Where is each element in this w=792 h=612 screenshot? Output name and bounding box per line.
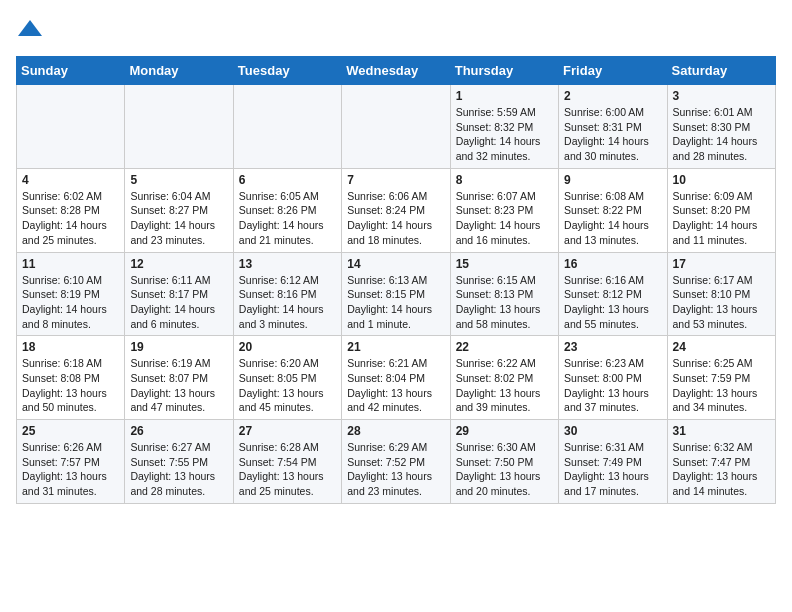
header-day-sunday: Sunday bbox=[17, 57, 125, 85]
calendar-cell: 14Sunrise: 6:13 AM Sunset: 8:15 PM Dayli… bbox=[342, 252, 450, 336]
header-day-tuesday: Tuesday bbox=[233, 57, 341, 85]
day-content: Sunrise: 6:31 AM Sunset: 7:49 PM Dayligh… bbox=[564, 440, 661, 499]
day-content: Sunrise: 6:27 AM Sunset: 7:55 PM Dayligh… bbox=[130, 440, 227, 499]
week-row-0: 1Sunrise: 5:59 AM Sunset: 8:32 PM Daylig… bbox=[17, 85, 776, 169]
day-content: Sunrise: 6:10 AM Sunset: 8:19 PM Dayligh… bbox=[22, 273, 119, 332]
calendar-cell: 17Sunrise: 6:17 AM Sunset: 8:10 PM Dayli… bbox=[667, 252, 775, 336]
day-content: Sunrise: 6:01 AM Sunset: 8:30 PM Dayligh… bbox=[673, 105, 770, 164]
calendar-cell: 9Sunrise: 6:08 AM Sunset: 8:22 PM Daylig… bbox=[559, 168, 667, 252]
day-content: Sunrise: 6:08 AM Sunset: 8:22 PM Dayligh… bbox=[564, 189, 661, 248]
calendar-cell bbox=[233, 85, 341, 169]
calendar-cell: 21Sunrise: 6:21 AM Sunset: 8:04 PM Dayli… bbox=[342, 336, 450, 420]
calendar-cell: 3Sunrise: 6:01 AM Sunset: 8:30 PM Daylig… bbox=[667, 85, 775, 169]
day-number: 13 bbox=[239, 257, 336, 271]
calendar-cell: 30Sunrise: 6:31 AM Sunset: 7:49 PM Dayli… bbox=[559, 420, 667, 504]
calendar-cell: 10Sunrise: 6:09 AM Sunset: 8:20 PM Dayli… bbox=[667, 168, 775, 252]
day-content: Sunrise: 6:30 AM Sunset: 7:50 PM Dayligh… bbox=[456, 440, 553, 499]
calendar-header: SundayMondayTuesdayWednesdayThursdayFrid… bbox=[17, 57, 776, 85]
day-number: 18 bbox=[22, 340, 119, 354]
header-day-wednesday: Wednesday bbox=[342, 57, 450, 85]
calendar-cell: 26Sunrise: 6:27 AM Sunset: 7:55 PM Dayli… bbox=[125, 420, 233, 504]
logo bbox=[16, 16, 48, 44]
day-content: Sunrise: 6:25 AM Sunset: 7:59 PM Dayligh… bbox=[673, 356, 770, 415]
header-row: SundayMondayTuesdayWednesdayThursdayFrid… bbox=[17, 57, 776, 85]
header-day-thursday: Thursday bbox=[450, 57, 558, 85]
day-number: 26 bbox=[130, 424, 227, 438]
day-content: Sunrise: 6:21 AM Sunset: 8:04 PM Dayligh… bbox=[347, 356, 444, 415]
day-number: 20 bbox=[239, 340, 336, 354]
day-number: 1 bbox=[456, 89, 553, 103]
day-content: Sunrise: 6:04 AM Sunset: 8:27 PM Dayligh… bbox=[130, 189, 227, 248]
day-number: 2 bbox=[564, 89, 661, 103]
page-header bbox=[16, 16, 776, 44]
day-number: 3 bbox=[673, 89, 770, 103]
calendar-cell: 15Sunrise: 6:15 AM Sunset: 8:13 PM Dayli… bbox=[450, 252, 558, 336]
calendar-cell: 20Sunrise: 6:20 AM Sunset: 8:05 PM Dayli… bbox=[233, 336, 341, 420]
calendar-cell bbox=[17, 85, 125, 169]
calendar-cell: 18Sunrise: 6:18 AM Sunset: 8:08 PM Dayli… bbox=[17, 336, 125, 420]
calendar-cell bbox=[342, 85, 450, 169]
day-number: 17 bbox=[673, 257, 770, 271]
day-number: 8 bbox=[456, 173, 553, 187]
day-content: Sunrise: 6:28 AM Sunset: 7:54 PM Dayligh… bbox=[239, 440, 336, 499]
day-content: Sunrise: 6:18 AM Sunset: 8:08 PM Dayligh… bbox=[22, 356, 119, 415]
svg-marker-0 bbox=[18, 20, 42, 36]
week-row-1: 4Sunrise: 6:02 AM Sunset: 8:28 PM Daylig… bbox=[17, 168, 776, 252]
day-number: 30 bbox=[564, 424, 661, 438]
calendar-cell: 13Sunrise: 6:12 AM Sunset: 8:16 PM Dayli… bbox=[233, 252, 341, 336]
calendar-cell: 1Sunrise: 5:59 AM Sunset: 8:32 PM Daylig… bbox=[450, 85, 558, 169]
calendar-cell bbox=[125, 85, 233, 169]
week-row-2: 11Sunrise: 6:10 AM Sunset: 8:19 PM Dayli… bbox=[17, 252, 776, 336]
calendar-cell: 7Sunrise: 6:06 AM Sunset: 8:24 PM Daylig… bbox=[342, 168, 450, 252]
calendar-cell: 12Sunrise: 6:11 AM Sunset: 8:17 PM Dayli… bbox=[125, 252, 233, 336]
day-number: 5 bbox=[130, 173, 227, 187]
day-content: Sunrise: 6:29 AM Sunset: 7:52 PM Dayligh… bbox=[347, 440, 444, 499]
calendar-cell: 31Sunrise: 6:32 AM Sunset: 7:47 PM Dayli… bbox=[667, 420, 775, 504]
day-number: 16 bbox=[564, 257, 661, 271]
day-number: 19 bbox=[130, 340, 227, 354]
day-content: Sunrise: 6:23 AM Sunset: 8:00 PM Dayligh… bbox=[564, 356, 661, 415]
day-content: Sunrise: 6:15 AM Sunset: 8:13 PM Dayligh… bbox=[456, 273, 553, 332]
day-number: 11 bbox=[22, 257, 119, 271]
day-number: 21 bbox=[347, 340, 444, 354]
header-day-monday: Monday bbox=[125, 57, 233, 85]
week-row-3: 18Sunrise: 6:18 AM Sunset: 8:08 PM Dayli… bbox=[17, 336, 776, 420]
day-number: 14 bbox=[347, 257, 444, 271]
day-content: Sunrise: 6:16 AM Sunset: 8:12 PM Dayligh… bbox=[564, 273, 661, 332]
day-number: 7 bbox=[347, 173, 444, 187]
calendar-cell: 8Sunrise: 6:07 AM Sunset: 8:23 PM Daylig… bbox=[450, 168, 558, 252]
day-number: 27 bbox=[239, 424, 336, 438]
calendar-body: 1Sunrise: 5:59 AM Sunset: 8:32 PM Daylig… bbox=[17, 85, 776, 504]
day-number: 6 bbox=[239, 173, 336, 187]
day-number: 28 bbox=[347, 424, 444, 438]
day-content: Sunrise: 6:05 AM Sunset: 8:26 PM Dayligh… bbox=[239, 189, 336, 248]
calendar-cell: 23Sunrise: 6:23 AM Sunset: 8:00 PM Dayli… bbox=[559, 336, 667, 420]
day-number: 4 bbox=[22, 173, 119, 187]
calendar-cell: 11Sunrise: 6:10 AM Sunset: 8:19 PM Dayli… bbox=[17, 252, 125, 336]
day-content: Sunrise: 6:13 AM Sunset: 8:15 PM Dayligh… bbox=[347, 273, 444, 332]
day-number: 12 bbox=[130, 257, 227, 271]
header-day-friday: Friday bbox=[559, 57, 667, 85]
day-number: 31 bbox=[673, 424, 770, 438]
day-content: Sunrise: 6:02 AM Sunset: 8:28 PM Dayligh… bbox=[22, 189, 119, 248]
calendar-cell: 25Sunrise: 6:26 AM Sunset: 7:57 PM Dayli… bbox=[17, 420, 125, 504]
header-day-saturday: Saturday bbox=[667, 57, 775, 85]
day-content: Sunrise: 6:07 AM Sunset: 8:23 PM Dayligh… bbox=[456, 189, 553, 248]
day-content: Sunrise: 6:11 AM Sunset: 8:17 PM Dayligh… bbox=[130, 273, 227, 332]
day-number: 22 bbox=[456, 340, 553, 354]
day-number: 23 bbox=[564, 340, 661, 354]
day-number: 9 bbox=[564, 173, 661, 187]
calendar-cell: 19Sunrise: 6:19 AM Sunset: 8:07 PM Dayli… bbox=[125, 336, 233, 420]
day-content: Sunrise: 6:06 AM Sunset: 8:24 PM Dayligh… bbox=[347, 189, 444, 248]
day-content: Sunrise: 6:17 AM Sunset: 8:10 PM Dayligh… bbox=[673, 273, 770, 332]
calendar-cell: 27Sunrise: 6:28 AM Sunset: 7:54 PM Dayli… bbox=[233, 420, 341, 504]
day-number: 25 bbox=[22, 424, 119, 438]
day-content: Sunrise: 5:59 AM Sunset: 8:32 PM Dayligh… bbox=[456, 105, 553, 164]
day-content: Sunrise: 6:00 AM Sunset: 8:31 PM Dayligh… bbox=[564, 105, 661, 164]
day-content: Sunrise: 6:22 AM Sunset: 8:02 PM Dayligh… bbox=[456, 356, 553, 415]
day-number: 10 bbox=[673, 173, 770, 187]
week-row-4: 25Sunrise: 6:26 AM Sunset: 7:57 PM Dayli… bbox=[17, 420, 776, 504]
calendar-cell: 6Sunrise: 6:05 AM Sunset: 8:26 PM Daylig… bbox=[233, 168, 341, 252]
day-content: Sunrise: 6:26 AM Sunset: 7:57 PM Dayligh… bbox=[22, 440, 119, 499]
calendar-table: SundayMondayTuesdayWednesdayThursdayFrid… bbox=[16, 56, 776, 504]
